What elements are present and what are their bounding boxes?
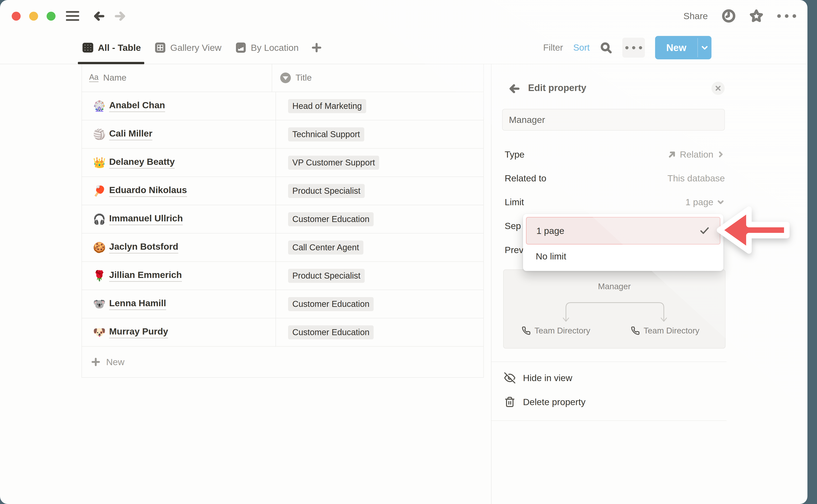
name-cell[interactable]: 🐨 Lenna Hamill xyxy=(82,290,276,318)
back-arrow-icon[interactable] xyxy=(93,10,105,23)
title-tag: Customer Education xyxy=(288,297,373,311)
page-name-link[interactable]: Lenna Hamill xyxy=(109,298,166,310)
title-cell[interactable]: Product Specialist xyxy=(276,177,484,205)
sidebar-toggle-icon[interactable] xyxy=(66,11,79,21)
panel-section-divider xyxy=(492,362,727,362)
option-label: No limit xyxy=(536,251,566,262)
name-cell[interactable]: 🍪 Jaclyn Botsford xyxy=(82,233,276,261)
title-cell[interactable]: Customer Education xyxy=(276,290,484,318)
tab-label: All - Table xyxy=(98,43,141,53)
tab-all-table[interactable]: All - Table xyxy=(82,32,141,63)
name-cell[interactable]: 🏓 Eduardo Nikolaus xyxy=(82,177,276,205)
title-tag: Product Specialist xyxy=(288,184,365,198)
title-cell[interactable]: Call Center Agent xyxy=(276,233,484,261)
gallery-view-icon xyxy=(154,42,166,53)
property-label: Limit xyxy=(505,197,524,207)
preview-child-label: Team Directory xyxy=(535,326,590,335)
column-label: Title xyxy=(295,73,312,83)
name-cell[interactable]: 🌹 Jillian Emmerich xyxy=(82,262,276,290)
sort-button[interactable]: Sort xyxy=(573,43,590,53)
panel-close-button[interactable] xyxy=(712,82,725,95)
table-row: 🐶 Murray Purdy Customer Education xyxy=(82,318,484,347)
minimize-window-button[interactable] xyxy=(29,12,38,21)
relation-arrow-icon xyxy=(667,150,677,159)
dropdown-option-no-limit[interactable]: No limit xyxy=(526,245,720,268)
panel-back-icon[interactable] xyxy=(508,83,521,95)
name-cell[interactable]: 🏐 Cali Miller xyxy=(82,120,276,148)
add-view-button[interactable] xyxy=(311,32,322,63)
page-name-link[interactable]: Immanuel Ullrich xyxy=(109,213,183,225)
title-cell[interactable]: Technical Support xyxy=(276,120,484,148)
page-name-link[interactable]: Jillian Emmerich xyxy=(109,270,182,282)
delete-property-button[interactable]: Delete property xyxy=(504,392,717,412)
relation-connector-lines xyxy=(560,296,670,324)
page-name-link[interactable]: Murray Purdy xyxy=(109,326,168,338)
hide-in-view-button[interactable]: Hide in view xyxy=(504,368,717,388)
preview-child-left: Team Directory xyxy=(522,326,590,335)
favorite-star-icon[interactable] xyxy=(750,9,763,23)
property-value: 1 page xyxy=(685,197,713,207)
dropdown-option-1-page[interactable]: 1 page xyxy=(526,217,720,245)
tab-label: By Location xyxy=(251,43,299,53)
name-cell[interactable]: 🐶 Murray Purdy xyxy=(82,318,276,346)
tab-gallery-view[interactable]: Gallery View xyxy=(154,32,221,63)
forward-arrow-icon[interactable] xyxy=(114,10,127,23)
page-name-link[interactable]: Jaclyn Botsford xyxy=(109,241,178,253)
column-label: Name xyxy=(103,73,126,83)
title-tag: Call Center Agent xyxy=(288,241,363,255)
name-cell[interactable]: 👑 Delaney Beatty xyxy=(82,149,276,177)
new-row-button[interactable]: New xyxy=(82,347,484,378)
title-cell[interactable]: VP Customer Support xyxy=(276,149,484,177)
close-window-button[interactable] xyxy=(12,12,21,21)
app-window: Share All - Table xyxy=(0,0,807,504)
check-icon xyxy=(699,225,710,236)
title-tag: Head of Marketing xyxy=(288,99,366,113)
new-button-label[interactable]: New xyxy=(655,36,697,59)
tab-by-location[interactable]: By Location xyxy=(235,32,299,63)
zoom-window-button[interactable] xyxy=(47,12,56,21)
title-cell[interactable]: Product Specialist xyxy=(276,262,484,290)
title-cell[interactable]: Customer Education xyxy=(276,318,484,346)
property-row-related-to[interactable]: Related to This database xyxy=(505,169,725,188)
action-label: Delete property xyxy=(523,397,586,407)
search-icon[interactable] xyxy=(600,41,612,54)
page-name-link[interactable]: Eduardo Nikolaus xyxy=(109,185,187,197)
property-name-input[interactable] xyxy=(502,109,725,131)
share-button[interactable]: Share xyxy=(683,11,708,21)
page-name-link[interactable]: Cali Miller xyxy=(109,128,152,140)
property-row-type[interactable]: Type Relation xyxy=(505,145,725,164)
view-tabs: All - Table Gallery View By Location xyxy=(82,32,322,64)
name-cell[interactable]: 🎡 Anabel Chan xyxy=(82,92,276,120)
table-row: 🎧 Immanuel Ullrich Customer Education xyxy=(82,205,484,233)
property-row-limit[interactable]: Limit 1 page xyxy=(505,192,725,212)
name-cell[interactable]: 🎧 Immanuel Ullrich xyxy=(82,205,276,233)
window-more-options-icon[interactable] xyxy=(777,9,796,23)
title-tag: VP Customer Support xyxy=(288,156,379,170)
title-cell[interactable]: Customer Education xyxy=(276,205,484,233)
title-cell[interactable]: Head of Marketing xyxy=(276,92,484,120)
table-row: 🏓 Eduardo Nikolaus Product Specialist xyxy=(82,177,484,205)
preview-child-right: Team Directory xyxy=(631,326,699,335)
preview-child-label: Team Directory xyxy=(644,326,699,335)
page-name-link[interactable]: Anabel Chan xyxy=(109,100,165,112)
table-view-icon xyxy=(82,42,94,53)
select-property-icon xyxy=(280,73,291,83)
page-emoji-icon: 🏐 xyxy=(93,128,105,140)
filter-button[interactable]: Filter xyxy=(543,43,563,53)
table-body: 🎡 Anabel Chan Head of Marketing 🏐 Cali M… xyxy=(82,92,484,347)
title-tag: Customer Education xyxy=(288,325,373,339)
updates-clock-icon[interactable] xyxy=(722,9,736,23)
table-row: 🌹 Jillian Emmerich Product Specialist xyxy=(82,262,484,290)
view-options-button[interactable] xyxy=(622,38,645,58)
new-button[interactable]: New xyxy=(655,36,712,59)
close-icon xyxy=(715,85,721,91)
page-emoji-icon: 👑 xyxy=(93,157,105,169)
new-dropdown-button[interactable] xyxy=(698,36,712,59)
column-header-title[interactable]: Title xyxy=(272,64,484,92)
column-header-name[interactable]: Aa Name xyxy=(82,64,272,92)
view-toolbar: All - Table Gallery View By Location xyxy=(0,32,807,64)
phone-icon xyxy=(631,326,640,335)
page-name-link[interactable]: Delaney Beatty xyxy=(109,157,175,168)
traffic-lights xyxy=(12,12,56,21)
page-emoji-icon: 🐨 xyxy=(93,298,105,310)
